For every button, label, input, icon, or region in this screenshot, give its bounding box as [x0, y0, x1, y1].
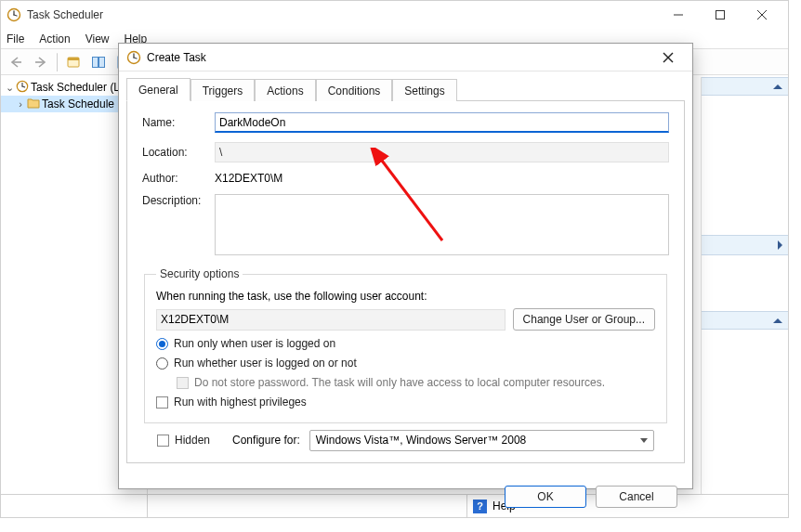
hidden-label: Hidden	[175, 434, 210, 447]
tree-collapse-icon[interactable]: ⌄	[5, 82, 14, 94]
description-input[interactable]	[215, 194, 669, 255]
highest-priv-label: Run with highest privileges	[174, 396, 307, 409]
task-scheduler-icon	[7, 7, 21, 22]
dont-store-pw-row: Do not store password. The task will onl…	[177, 376, 655, 389]
title-bar: Task Scheduler	[1, 1, 788, 29]
chevron-down-icon	[640, 438, 648, 443]
create-basic-task-icon[interactable]	[62, 52, 85, 72]
location-field: \	[215, 142, 669, 162]
maximize-button[interactable]	[699, 2, 741, 28]
security-prompt: When running the task, use the following…	[156, 290, 655, 303]
description-label: Description:	[142, 194, 215, 207]
ok-button[interactable]: OK	[505, 486, 586, 508]
tab-settings[interactable]: Settings	[392, 79, 456, 101]
tab-general[interactable]: General	[126, 78, 190, 101]
checkbox-hidden[interactable]	[157, 435, 169, 447]
dont-store-pw-label: Do not store password. The task will onl…	[194, 376, 605, 389]
radio-whether[interactable]	[156, 357, 168, 370]
accordion-header-2[interactable]	[702, 235, 788, 255]
radio-logged-on[interactable]	[156, 338, 168, 350]
toolbar-separator	[57, 53, 58, 71]
svg-line-19	[22, 86, 25, 87]
configure-for-label: Configure for:	[232, 434, 300, 447]
forward-button[interactable]	[30, 52, 52, 72]
folder-icon	[27, 97, 40, 111]
dialog-title-bar: Create Task	[119, 44, 692, 71]
change-user-button[interactable]: Change User or Group...	[513, 308, 655, 331]
tree-expand-icon[interactable]: ›	[16, 98, 25, 110]
dialog-title: Create Task	[147, 51, 206, 64]
menu-file[interactable]: File	[7, 32, 24, 45]
window-title: Task Scheduler	[27, 8, 657, 21]
task-scheduler-icon	[126, 50, 141, 65]
actions-pane	[701, 77, 788, 517]
svg-rect-11	[93, 57, 98, 67]
highest-priv-row[interactable]: Run with highest privileges	[156, 396, 655, 409]
author-value: X12DEXT0\M	[215, 172, 282, 185]
configure-for-select[interactable]: Windows Vista™, Windows Server™ 2008	[309, 430, 654, 451]
svg-line-22	[134, 58, 137, 58]
svg-rect-10	[68, 58, 79, 60]
toolbar-button-2[interactable]	[87, 52, 110, 72]
dialog-close-button[interactable]	[651, 46, 685, 69]
menu-action[interactable]: Action	[39, 32, 70, 45]
checkbox-highest-priv[interactable]	[156, 396, 168, 409]
radio-whether-label: Run whether user is logged on or not	[174, 357, 357, 370]
name-label: Name:	[142, 116, 215, 129]
radio-logged-on-label: Run only when user is logged on	[174, 337, 335, 350]
tab-triggers[interactable]: Triggers	[190, 79, 256, 101]
task-scheduler-icon	[16, 80, 29, 96]
checkbox-dont-store-pw	[177, 377, 189, 389]
tab-content-general: Name: Location: \ Author: X12DEXT0\M Des…	[126, 100, 685, 463]
back-button[interactable]	[5, 52, 27, 72]
tree-root-label: Task Scheduler (L	[31, 81, 120, 94]
minimize-button[interactable]	[657, 2, 699, 28]
tab-actions[interactable]: Actions	[255, 79, 315, 101]
tree-library-label: Task Schedule	[42, 97, 114, 110]
svg-rect-12	[99, 57, 105, 67]
security-options-group: Security options When running the task, …	[144, 267, 667, 423]
security-legend: Security options	[156, 267, 243, 280]
radio-row-logged-on[interactable]: Run only when user is logged on	[156, 337, 655, 350]
menu-view[interactable]: View	[85, 32, 110, 45]
location-label: Location:	[142, 146, 215, 159]
configure-for-value: Windows Vista™, Windows Server™ 2008	[316, 434, 527, 447]
accordion-header-1[interactable]	[702, 77, 788, 96]
hidden-row[interactable]: Hidden	[157, 434, 210, 447]
account-field: X12DEXT0\M	[156, 309, 506, 331]
svg-line-2	[14, 15, 17, 16]
name-input[interactable]	[215, 112, 669, 133]
cancel-button[interactable]: Cancel	[596, 486, 677, 508]
tab-conditions[interactable]: Conditions	[316, 79, 393, 101]
tab-strip: General Triggers Actions Conditions Sett…	[119, 71, 692, 100]
author-label: Author:	[142, 172, 215, 185]
svg-rect-4	[716, 11, 724, 19]
close-button[interactable]	[741, 2, 782, 28]
accordion-header-3[interactable]	[702, 311, 788, 330]
radio-row-whether[interactable]: Run whether user is logged on or not	[156, 357, 655, 370]
dialog-footer: OK Cancel	[119, 471, 692, 517]
create-task-dialog: Create Task General Triggers Actions Con…	[118, 43, 693, 489]
